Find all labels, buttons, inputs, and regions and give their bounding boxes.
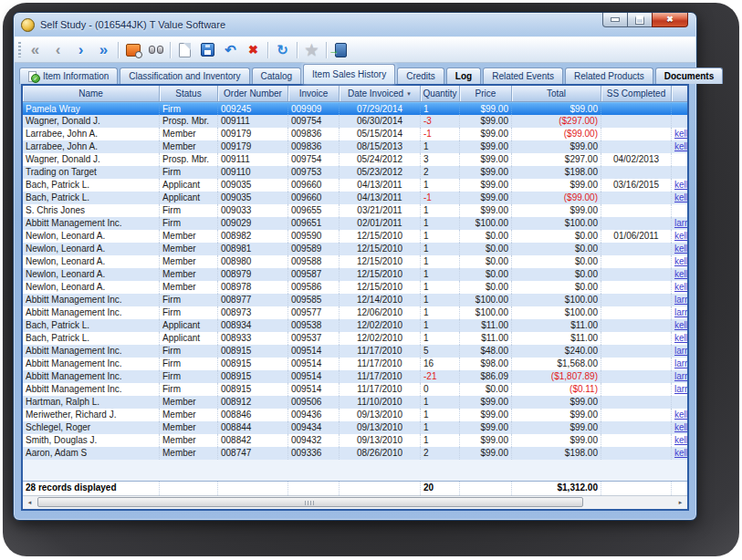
scroll-thumb[interactable] <box>37 497 583 507</box>
user-link[interactable]: larry <box>674 384 687 394</box>
table-row[interactable]: Schlegel, RogerMember00884400943409/13/2… <box>23 421 687 434</box>
tab-related-events[interactable]: Related Events <box>483 67 563 84</box>
table-row[interactable]: Bach, Patrick L.Applicant00893400953812/… <box>23 319 687 332</box>
user-link[interactable]: kelly <box>674 141 687 151</box>
user-link[interactable]: larry <box>674 307 687 317</box>
column-header-date-invoiced[interactable]: Date Invoiced▼ <box>340 86 421 101</box>
cell-invoice: 009754 <box>288 153 340 166</box>
column-header-order-number[interactable]: Order Number <box>218 86 288 101</box>
table-row[interactable]: Abbitt Management Inc.Firm00897700958512… <box>23 294 687 306</box>
column-header-quantity[interactable]: Quantity <box>421 86 460 101</box>
table-row[interactable]: Abbitt Management Inc.Firm00891500951411… <box>23 345 687 358</box>
table-row[interactable]: Newlon, Leonard A.Member00898100958912/1… <box>23 243 687 255</box>
column-header-price[interactable]: Price <box>460 86 512 101</box>
exit-icon[interactable] <box>329 40 352 60</box>
user-link[interactable]: kelly <box>674 231 687 241</box>
tab-catalog[interactable]: Catalog <box>252 67 301 84</box>
user-link[interactable]: kelly <box>674 448 687 458</box>
table-row[interactable]: Wagner, Donald J.Prosp. Mbr.009111009754… <box>23 115 687 128</box>
records-count: 28 records displayed <box>23 482 160 495</box>
table-row[interactable]: Bach, Patrick L.Applicant00893300953712/… <box>23 332 687 345</box>
user-link[interactable]: larry <box>674 358 687 368</box>
tab-credits[interactable]: Credits <box>397 67 444 84</box>
table-row[interactable]: Hartman, Ralph L.Member00891200950611/10… <box>23 396 687 409</box>
user-link[interactable]: larry <box>674 346 687 356</box>
table-row[interactable]: Pamela WrayFirm00924500990907/29/20141$9… <box>23 102 687 115</box>
user-link[interactable]: larry <box>674 295 687 305</box>
table-row[interactable]: Trading on TargetFirm00911000975305/23/2… <box>23 166 687 179</box>
new-record-icon[interactable] <box>173 40 196 60</box>
table-row[interactable]: Aaron, Adam SMember00874700933608/26/201… <box>23 447 687 460</box>
nav-next-icon[interactable]: › <box>69 40 92 60</box>
user-link[interactable]: kelly <box>674 244 687 254</box>
title-bar[interactable]: Self Study - (016544JK) T Value Software… <box>14 13 696 36</box>
table-row[interactable]: Larrabee, John A.Member00917900983608/15… <box>23 140 687 153</box>
save-icon[interactable] <box>196 40 219 60</box>
cell-date-invoiced: 08/15/2013 <box>340 140 421 153</box>
h-scrollbar[interactable]: ◄ ► <box>23 495 687 509</box>
tab-item-information[interactable]: Item Information <box>19 67 118 84</box>
column-header-ss-completed[interactable]: SS Completed <box>601 86 672 101</box>
table-row[interactable]: Abbitt Management Inc.Firm00891500951411… <box>23 358 687 370</box>
refresh-icon[interactable]: ↻ <box>271 40 294 60</box>
table-row[interactable]: Abbitt Management Inc.Firm00897300957712… <box>23 306 687 319</box>
snapshot-icon[interactable] <box>121 40 144 60</box>
nav-last-icon[interactable]: » <box>92 40 115 60</box>
scroll-right-arrow[interactable]: ► <box>674 497 687 509</box>
nav-next-glyph: › <box>78 42 84 57</box>
tab-log[interactable]: Log <box>446 67 481 84</box>
table-row[interactable]: Newlon, Leonard A.Member00898200959012/1… <box>23 230 687 243</box>
user-link[interactable]: kelly <box>674 256 687 266</box>
scroll-left-arrow[interactable]: ◄ <box>23 497 37 509</box>
table-row[interactable]: Abbitt Management Inc.Firm00902900965102… <box>23 217 687 230</box>
table-row[interactable]: Larrabee, John A.Member00917900983605/15… <box>23 128 687 140</box>
table-row[interactable]: Newlon, Leonard A.Member00897800958612/1… <box>23 281 687 294</box>
nav-previous-icon[interactable]: ‹ <box>47 40 69 60</box>
cell-quantity: 1 <box>421 434 460 447</box>
user-link[interactable]: kelly <box>674 320 687 330</box>
tab-related-products[interactable]: Related Products <box>565 67 653 84</box>
table-row[interactable]: Newlon, Leonard A.Member00897900958712/1… <box>23 268 687 281</box>
close-button[interactable]: ✖ <box>652 13 688 27</box>
table-row[interactable]: Wagner, Donald J.Prosp. Mbr.009111009754… <box>23 153 687 166</box>
cell-ss-completed <box>601 383 672 396</box>
delete-icon[interactable]: ✖ <box>242 40 265 60</box>
user-link[interactable]: kelly <box>674 333 687 343</box>
undo-icon[interactable]: ↶ <box>219 40 242 60</box>
maximize-button[interactable] <box>627 13 653 27</box>
user-link[interactable]: larry <box>674 371 687 381</box>
user-link[interactable]: kelly <box>674 269 687 279</box>
table-row[interactable]: Newlon, Leonard A.Member00898000958812/1… <box>23 255 687 268</box>
user-link[interactable]: kelly <box>674 180 687 190</box>
cell-quantity: 1 <box>421 217 460 230</box>
table-row[interactable]: S. Chris JonesFirm00903300965503/21/2011… <box>23 204 687 217</box>
table-row[interactable]: Bach, Patrick L.Applicant00903500966004/… <box>23 192 687 204</box>
table-row[interactable]: Abbitt Management Inc.Firm00891500951411… <box>23 370 687 383</box>
tab-item-sales-history[interactable]: Item Sales History <box>303 64 395 84</box>
table-row[interactable]: Bach, Patrick L.Applicant00903500966004/… <box>23 179 687 192</box>
table-row[interactable]: Meriwether, Richard J.Member008846009436… <box>23 409 687 421</box>
column-header-total[interactable]: Total <box>512 86 601 101</box>
toolbar-grip[interactable] <box>18 42 21 57</box>
column-header-invoice[interactable]: Invoice <box>288 86 340 101</box>
table-row[interactable]: Abbitt Management Inc.Firm00891500951411… <box>23 383 687 396</box>
tab-documents[interactable]: Documents <box>655 67 723 84</box>
user-link[interactable]: kelly <box>674 129 687 139</box>
column-header-name[interactable]: Name <box>23 86 160 101</box>
tab-label: Related Events <box>492 71 554 81</box>
tab-classification-and-inventory[interactable]: Classification and Inventory <box>120 67 249 84</box>
column-header-links[interactable] <box>672 86 687 101</box>
nav-first-icon[interactable]: « <box>24 40 47 60</box>
user-link[interactable]: kelly <box>674 410 687 420</box>
user-link[interactable]: kelly <box>674 435 687 445</box>
user-link[interactable]: larry <box>674 218 687 228</box>
find-icon[interactable] <box>144 40 167 60</box>
cell-link: kelly <box>672 140 687 153</box>
column-header-status[interactable]: Status <box>160 86 218 101</box>
table-row[interactable]: Smith, Douglas J.Member00884200943209/13… <box>23 434 687 447</box>
user-link[interactable]: kelly <box>674 282 687 292</box>
user-link[interactable]: kelly <box>674 192 687 202</box>
minimize-button[interactable] <box>602 13 628 27</box>
user-link[interactable]: kelly <box>674 422 687 432</box>
favorite-icon[interactable]: ★ <box>300 40 323 60</box>
